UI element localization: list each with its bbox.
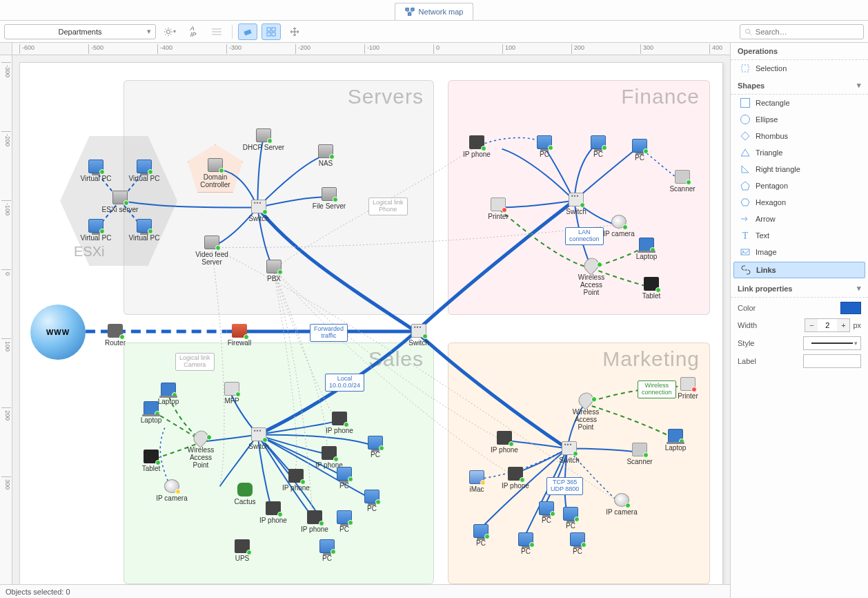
node-imac[interactable]: iMac <box>456 470 497 493</box>
node-switch-servers[interactable]: Switch <box>238 200 279 222</box>
style-select[interactable] <box>803 336 861 350</box>
node-virtual-pc[interactable]: Virtual PC <box>75 219 117 242</box>
tool-hexagon[interactable]: Hexagon <box>731 194 868 211</box>
node-esxi-server[interactable]: ESXi server <box>99 191 141 213</box>
width-stepper[interactable]: − + <box>805 318 850 332</box>
label-input[interactable] <box>803 354 861 368</box>
section-link-properties[interactable]: Link properties▾ <box>731 280 868 298</box>
gear-button[interactable]: ▾ <box>160 23 179 40</box>
node-virtual-pc[interactable]: Virtual PC <box>124 160 165 182</box>
node-ip-phone[interactable]: IP phone <box>319 412 360 434</box>
tool-text[interactable]: TText <box>731 227 868 244</box>
canvas[interactable]: Servers Finance Sales Marketing ESXi WWW <box>12 55 730 584</box>
node-laptop[interactable]: Laptop <box>626 238 667 260</box>
node-printer[interactable]: Printer <box>477 197 519 220</box>
link-label-lan[interactable]: LAN connection <box>565 227 604 245</box>
node-pc[interactable]: PC <box>505 532 546 555</box>
tool-links[interactable]: Links <box>733 262 865 278</box>
node-pc[interactable]: PC <box>306 539 348 562</box>
grid-lines-button[interactable] <box>207 23 226 40</box>
link-label-forwarded[interactable]: Forwarded traffic <box>310 324 348 342</box>
node-ip-phone[interactable]: IP phone <box>308 446 350 469</box>
width-input[interactable] <box>818 319 837 331</box>
node-tablet[interactable]: Tablet <box>130 450 172 472</box>
node-pc[interactable]: PC <box>355 436 396 459</box>
node-wap-finance[interactable]: Wireless Access Point <box>571 258 612 296</box>
toolbar: Departments ▾ AIP <box>0 21 868 43</box>
tab-network-map[interactable]: Network map <box>395 3 474 20</box>
node-laptop[interactable]: Laptop <box>655 429 696 452</box>
search-input[interactable] <box>756 28 859 36</box>
node-switch-sales[interactable]: Switch <box>238 427 279 450</box>
node-pc[interactable]: PC <box>460 524 502 547</box>
tool-right-triangle[interactable]: Right triangle <box>731 161 868 177</box>
section-shapes[interactable]: Shapes▾ <box>731 77 868 95</box>
node-pc[interactable]: PC <box>524 135 565 158</box>
link-label-wireless[interactable]: Wireless connection <box>638 380 676 398</box>
node-pc[interactable]: PC <box>324 510 365 533</box>
node-dhcp[interactable]: DHCP Server <box>243 128 284 151</box>
eraser-button[interactable] <box>238 23 257 40</box>
node-pc[interactable]: PC <box>324 467 365 490</box>
move-button[interactable] <box>285 23 304 40</box>
node-virtual-pc[interactable]: Virtual PC <box>124 219 165 242</box>
node-tablet[interactable]: Tablet <box>631 277 672 300</box>
node-ip-phone[interactable]: IP phone <box>253 501 294 524</box>
www-globe[interactable]: WWW <box>30 305 86 360</box>
aip-button[interactable]: AIP <box>184 23 203 40</box>
link-label-tcp[interactable]: TCP 365 UDP 8800 <box>546 477 583 495</box>
node-pc[interactable]: PC <box>578 135 619 158</box>
node-ip-camera[interactable]: IP camera <box>601 493 642 516</box>
node-scanner[interactable]: Scanner <box>662 170 703 193</box>
node-router[interactable]: Router <box>95 324 136 347</box>
node-switch-core[interactable]: Switch <box>398 324 440 347</box>
link-label-logical-camera[interactable]: Logical link Camera <box>175 353 215 371</box>
node-ip-camera[interactable]: IP camera <box>151 479 193 502</box>
node-domain-controller[interactable]: Domain Controller <box>195 158 236 189</box>
node-nas[interactable]: NAS <box>305 144 346 167</box>
node-pc[interactable]: PC <box>557 532 598 555</box>
node-pc[interactable]: PC <box>550 507 591 530</box>
node-wap-marketing[interactable]: Wireless Access Point <box>565 393 606 431</box>
node-ip-phone[interactable]: IP phone <box>484 431 525 454</box>
node-virtual-pc[interactable]: Virtual PC <box>75 160 117 182</box>
link-label-local[interactable]: Local 10.0.0.0/24 <box>325 374 364 392</box>
node-ups[interactable]: UPS <box>221 539 263 562</box>
width-decrement[interactable]: − <box>805 319 818 331</box>
node-pbx[interactable]: PBX <box>253 260 295 282</box>
node-ip-phone[interactable]: IP phone <box>495 467 536 490</box>
tool-arrow[interactable]: Arrow <box>731 211 868 227</box>
width-increment[interactable]: + <box>837 319 849 331</box>
tool-triangle[interactable]: Triangle <box>731 144 868 161</box>
tool-pentagon[interactable]: Pentagon <box>731 177 868 194</box>
tool-rhombus[interactable]: Rhombus <box>731 128 868 144</box>
node-ip-phone[interactable]: IP phone <box>275 469 317 492</box>
node-scanner[interactable]: Scanner <box>619 443 660 465</box>
node-pc[interactable]: PC <box>619 139 660 162</box>
sheet[interactable]: Servers Finance Sales Marketing ESXi WWW <box>19 62 723 584</box>
node-switch-marketing[interactable]: Switch <box>549 441 590 464</box>
node-switch-finance[interactable]: Switch <box>555 193 597 215</box>
tool-rectangle[interactable]: Rectangle <box>731 95 868 111</box>
node-ip-phone[interactable]: IP phone <box>456 135 497 158</box>
node-ip-camera[interactable]: IP camera <box>598 215 640 238</box>
canvas-area[interactable]: -600 -500 -400 -300 -200 -100 0 100 200 … <box>0 43 730 598</box>
node-laptop[interactable]: Laptop <box>130 401 172 424</box>
node-wap-sales[interactable]: Wireless Access Point <box>180 431 221 469</box>
esxi-label: ESXi <box>74 244 104 260</box>
tool-selection[interactable]: Selection <box>731 60 868 77</box>
tab-label: Network map <box>419 8 464 16</box>
node-file-server[interactable]: File Server <box>308 187 350 210</box>
color-swatch[interactable] <box>840 302 861 314</box>
snap-button[interactable] <box>262 23 281 40</box>
node-firewall[interactable]: Firewall <box>219 324 260 347</box>
search-box[interactable] <box>740 24 864 39</box>
node-mfp[interactable]: MFP <box>211 382 253 405</box>
tool-ellipse[interactable]: Ellipse <box>731 111 868 128</box>
node-pc[interactable]: PC <box>351 490 393 512</box>
tool-image[interactable]: Image <box>731 244 868 260</box>
link-label-logical-phone[interactable]: Logical link Phone <box>368 197 408 215</box>
node-video-feed[interactable]: Video feed Server <box>191 235 233 266</box>
ruler-tick: 400 <box>709 44 722 54</box>
department-select[interactable]: Departments <box>4 24 156 39</box>
